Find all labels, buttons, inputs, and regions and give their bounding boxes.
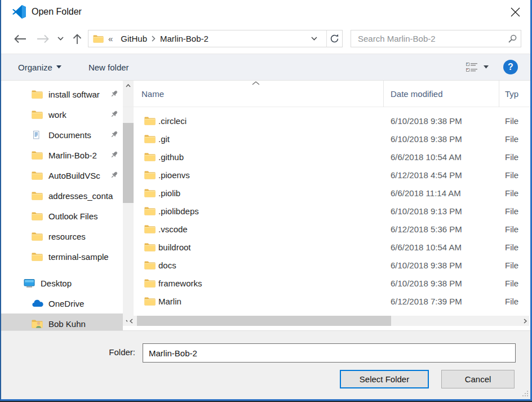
sidebar-item[interactable]: install softwar [1, 84, 123, 104]
address-bar[interactable]: « GitHub Marlin-Bob-2 [88, 30, 343, 47]
folder-icon [32, 231, 44, 241]
file-date-modified: 6/10/2018 9:38 PM [391, 134, 462, 144]
file-type: File [505, 297, 530, 306]
file-date-modified: 6/6/2018 10:54 AM [391, 152, 462, 162]
file-row[interactable]: .github 6/6/2018 10:54 AM File [123, 148, 530, 166]
folder-icon [144, 188, 156, 197]
column-headers: Name Date modified Typ [123, 81, 530, 107]
address-dropdown-chevron-icon[interactable] [305, 37, 323, 41]
folder-icon [32, 109, 44, 120]
file-row[interactable]: Marlin 6/12/2018 7:39 PM File [123, 292, 530, 310]
details-view-button[interactable] [466, 62, 478, 72]
up-button[interactable] [70, 33, 85, 45]
file-name: .piolibdeps [158, 206, 199, 216]
search-icon[interactable] [504, 34, 521, 43]
file-row[interactable]: .piolibdeps 6/10/2018 9:13 PM File [123, 202, 530, 220]
file-type: File [505, 242, 530, 252]
command-toolbar: Organize New folder [1, 54, 530, 81]
file-type: File [505, 279, 530, 288]
forward-button[interactable] [35, 34, 52, 43]
cancel-button[interactable]: Cancel [441, 370, 515, 388]
breadcrumb-overflow[interactable]: « [104, 34, 116, 43]
select-folder-button[interactable]: Select Folder [340, 370, 429, 388]
sidebar-item[interactable]: Outlook Files [1, 206, 123, 226]
address-folder-icon [93, 34, 104, 43]
view-dropdown-caret-icon[interactable] [484, 65, 489, 69]
sidebar-item-label: addresses_conta [48, 191, 123, 201]
column-header-type[interactable]: Typ [499, 81, 530, 107]
file-row[interactable]: docs 6/10/2018 9:38 PM File [123, 256, 530, 274]
vscode-icon [12, 5, 26, 19]
folder-icon [32, 170, 44, 180]
file-date-modified: 6/6/2018 10:54 AM [391, 242, 462, 252]
sidebar-item[interactable]: Desktop [1, 273, 123, 293]
scroll-left-icon[interactable] [127, 316, 135, 326]
scroll-right-icon[interactable] [521, 316, 529, 326]
file-type: File [505, 152, 530, 162]
sidebar-item[interactable]: OneDrive [1, 293, 123, 313]
file-row[interactable]: .piolib 6/6/2018 11:14 AM File [123, 184, 530, 202]
organize-button[interactable]: Organize [18, 63, 61, 72]
file-row[interactable]: frameworks 6/10/2018 9:38 PM File [123, 274, 530, 292]
column-header-date-modified[interactable]: Date modified [384, 81, 499, 107]
folder-icon [32, 251, 44, 262]
file-name: .pioenvs [158, 170, 190, 180]
breadcrumb-item-github[interactable]: GitHub [116, 34, 152, 43]
folder-icon [144, 206, 156, 215]
title-bar: Open Folder [1, 0, 530, 24]
file-date-modified: 6/12/2018 7:39 PM [391, 297, 462, 306]
sidebar-item[interactable]: work [1, 104, 123, 125]
folder-icon [144, 224, 156, 233]
sidebar-item-label: resources [48, 232, 123, 241]
refresh-button[interactable] [327, 30, 342, 47]
file-row[interactable]: .circleci 6/10/2018 9:38 PM File [123, 112, 530, 130]
file-date-modified: 6/10/2018 9:38 PM [391, 260, 462, 270]
pin-icon [110, 151, 118, 159]
sidebar-item[interactable]: addresses_conta [1, 185, 123, 206]
organize-label: Organize [18, 63, 52, 72]
file-row[interactable]: .git 6/10/2018 9:38 PM File [123, 130, 530, 148]
sidebar-item[interactable]: Documents [1, 125, 123, 145]
sidebar-item[interactable]: resources [1, 226, 123, 246]
file-row[interactable]: buildroot 6/6/2018 10:54 AM File [123, 238, 530, 256]
breadcrumb-item-current[interactable]: Marlin-Bob-2 [156, 34, 213, 43]
file-row[interactable]: .pioenvs 6/12/2018 4:54 PM File [123, 166, 530, 184]
file-type: File [505, 224, 530, 234]
file-date-modified: 6/12/2018 5:36 PM [391, 224, 462, 234]
search-input[interactable] [351, 34, 504, 43]
organize-caret-icon [56, 65, 61, 69]
file-name: buildroot [158, 242, 191, 252]
help-button[interactable]: ? [503, 60, 518, 74]
folder-icon [144, 152, 156, 161]
navigation-pane: install softwar [1, 81, 123, 330]
file-name: docs [158, 260, 176, 270]
sidebar-item[interactable]: terminal-sample [1, 246, 123, 267]
file-date-modified: 6/10/2018 9:38 PM [391, 279, 462, 288]
sidebar-item-label: Desktop [41, 279, 118, 288]
folder-field-label: Folder: [80, 347, 135, 357]
sidebar-item[interactable]: AutoBuildVSc [1, 165, 123, 185]
folder-icon [32, 191, 44, 201]
file-row[interactable]: .vscode 6/12/2018 5:36 PM File [123, 220, 530, 238]
window-title: Open Folder [32, 7, 82, 17]
file-name: .github [158, 152, 184, 162]
sidebar-item[interactable]: Bob Kuhn [1, 313, 123, 330]
horizontal-scrollbar-thumb[interactable] [137, 316, 391, 326]
sidebar-item[interactable]: Marlin-Bob-2 [1, 145, 123, 165]
horizontal-scrollbar[interactable] [127, 316, 529, 326]
file-type: File [505, 260, 530, 270]
sidebar-item-label: terminal-sample [48, 252, 123, 262]
folder-icon [144, 242, 156, 251]
folder-icon [144, 260, 156, 270]
breadcrumb-chevron-icon[interactable] [152, 36, 156, 42]
new-folder-button[interactable]: New folder [88, 63, 129, 72]
close-button[interactable] [504, 3, 526, 21]
file-type: File [505, 134, 530, 144]
folder-icon [144, 134, 156, 143]
back-button[interactable] [11, 34, 28, 43]
folder-icon [32, 211, 44, 221]
folder-icon [32, 150, 44, 160]
recent-locations-chevron-icon[interactable] [55, 37, 65, 41]
folder-name-input[interactable] [143, 343, 516, 363]
resize-grip[interactable] [521, 390, 529, 397]
